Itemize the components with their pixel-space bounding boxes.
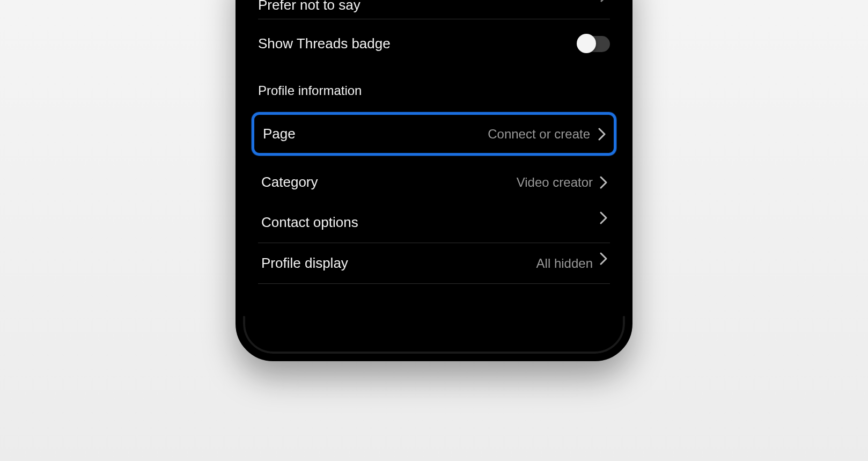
category-row[interactable]: Category Video creator bbox=[258, 162, 610, 202]
contact-options-row[interactable]: Contact options bbox=[258, 202, 610, 243]
threads-badge-row: Show Threads badge bbox=[258, 19, 610, 70]
category-row-value: Video creator bbox=[517, 175, 593, 190]
profile-display-value: All hidden bbox=[536, 256, 593, 271]
phone-frame: Gender Prefer not to say Show Threads ba… bbox=[236, 0, 632, 361]
threads-badge-toggle[interactable] bbox=[578, 36, 610, 52]
gender-field[interactable]: Gender Prefer not to say bbox=[258, 0, 610, 19]
profile-information-header: Profile information bbox=[258, 70, 610, 108]
page-row-label: Page bbox=[263, 126, 296, 142]
chevron-right-icon bbox=[599, 175, 608, 189]
gender-value: Prefer not to say bbox=[258, 0, 361, 13]
profile-display-row[interactable]: Profile display All hidden bbox=[258, 243, 610, 284]
chevron-right-icon bbox=[598, 127, 606, 141]
chevron-right-icon bbox=[599, 252, 608, 266]
settings-screen: Gender Prefer not to say Show Threads ba… bbox=[243, 0, 625, 316]
profile-display-label: Profile display bbox=[261, 255, 348, 272]
contact-options-label: Contact options bbox=[261, 214, 358, 231]
threads-badge-label: Show Threads badge bbox=[258, 35, 391, 52]
toggle-knob bbox=[577, 34, 596, 53]
chevron-right-icon bbox=[599, 0, 609, 3]
category-row-label: Category bbox=[261, 174, 318, 191]
page-row[interactable]: Page Connect or create bbox=[252, 112, 616, 156]
page-row-value: Connect or create bbox=[488, 127, 590, 142]
chevron-right-icon bbox=[599, 211, 608, 225]
